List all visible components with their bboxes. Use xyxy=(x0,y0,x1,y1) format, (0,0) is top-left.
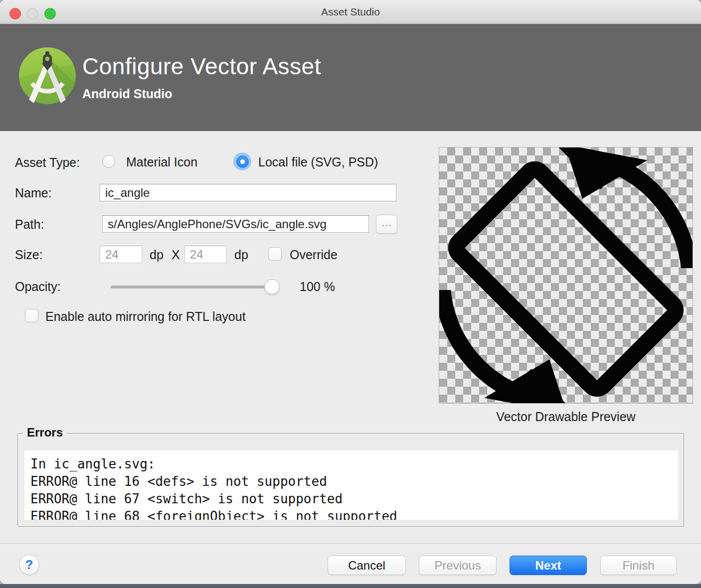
error-line: ERROR@ line 67 <switch> is not supported xyxy=(30,490,678,508)
android-studio-logo-icon xyxy=(19,47,76,104)
error-line: In ic_angle.svg: xyxy=(30,455,678,473)
override-label[interactable]: Override xyxy=(290,248,338,262)
close-icon[interactable] xyxy=(9,8,21,19)
error-line: ERROR@ line 68 <foreignObject> is not su… xyxy=(30,508,678,520)
error-line: ERROR@ line 16 <defs> is not supported xyxy=(30,473,678,490)
preview-caption: Vector Drawable Preview xyxy=(439,410,693,424)
page-title: Configure Vector Asset xyxy=(82,53,321,80)
opacity-value: 100 % xyxy=(300,280,335,294)
size-height-input[interactable] xyxy=(184,246,227,263)
path-label: Path: xyxy=(15,217,44,232)
size-separator: X xyxy=(172,248,180,262)
rtl-label[interactable]: Enable auto mirroring for RTL layout xyxy=(45,309,246,324)
override-checkbox[interactable] xyxy=(268,247,282,261)
minimize-icon[interactable] xyxy=(27,8,38,19)
next-button[interactable]: Next xyxy=(510,556,587,575)
vector-preview xyxy=(439,147,693,404)
screen-rotation-icon xyxy=(439,147,693,404)
size-width-unit: dp xyxy=(150,248,164,262)
asset-type-label: Asset Type: xyxy=(15,155,80,170)
browse-button[interactable]: … xyxy=(376,215,397,234)
name-input[interactable] xyxy=(100,184,396,201)
wizard-header: Configure Vector Asset Android Studio xyxy=(0,24,701,131)
titlebar[interactable]: Asset Studio xyxy=(0,0,701,23)
radio-local-file-label[interactable]: Local file (SVG, PSD) xyxy=(258,155,378,169)
name-label: Name: xyxy=(15,186,52,200)
errors-group: Errors In ic_angle.svg: ERROR@ line 16 <… xyxy=(17,433,684,527)
rtl-checkbox[interactable] xyxy=(25,309,38,322)
path-input[interactable] xyxy=(102,215,369,233)
zoom-icon[interactable] xyxy=(44,8,56,19)
radio-material-icon[interactable] xyxy=(102,155,115,168)
errors-title: Errors xyxy=(23,426,67,440)
page-subtitle: Android Studio xyxy=(82,87,173,101)
window-title: Asset Studio xyxy=(0,0,701,23)
size-width-input[interactable] xyxy=(100,246,142,263)
opacity-slider-track[interactable] xyxy=(111,286,279,289)
cancel-button[interactable]: Cancel xyxy=(328,556,406,575)
window-shadow-edge xyxy=(0,584,701,588)
help-button[interactable]: ? xyxy=(19,555,39,575)
errors-panel[interactable]: In ic_angle.svg: ERROR@ line 16 <defs> i… xyxy=(24,450,678,520)
footer-divider xyxy=(0,543,701,544)
previous-button: Previous xyxy=(419,556,497,575)
size-label: Size: xyxy=(15,248,43,262)
asset-studio-dialog: Asset Studio xyxy=(0,0,701,584)
radio-local-file[interactable] xyxy=(233,152,251,170)
size-height-unit: dp xyxy=(234,248,248,262)
finish-button: Finish xyxy=(600,556,677,575)
opacity-slider-thumb[interactable] xyxy=(264,279,280,294)
radio-material-icon-label[interactable]: Material Icon xyxy=(126,155,197,169)
opacity-label: Opacity: xyxy=(15,280,61,294)
